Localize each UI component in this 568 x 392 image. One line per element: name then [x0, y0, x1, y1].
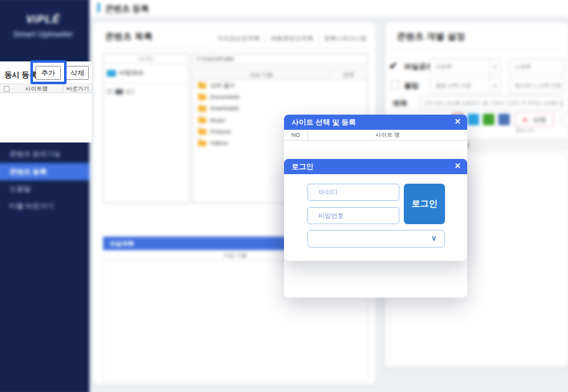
hashtag-field[interactable]: 해시태그 선택 안함: [509, 78, 564, 93]
select-all-checkbox[interactable]: [4, 86, 10, 92]
divider: [394, 49, 560, 50]
folder-icon: [198, 140, 206, 146]
site-modal-table-header: NO 사이트 명: [284, 130, 467, 141]
delete-label: 삭제: [532, 115, 546, 123]
modal-header: 사이트 선택 및 등록 ✕: [284, 115, 467, 130]
folder-name: 상위 폴더: [210, 81, 235, 89]
up-folder-icon: [198, 82, 206, 88]
folder-name: Documents: [210, 94, 240, 100]
sidebar-item-convenience[interactable]: 콘텐츠 편의기능: [0, 146, 89, 163]
clip-row: 클립 클립 선택 안함 ∨ 해시태그 선택 안함: [385, 78, 568, 93]
folder-name: Downloads: [210, 105, 239, 111]
login-id-input[interactable]: [307, 184, 399, 201]
subcategory-field[interactable]: 소분류: [509, 58, 564, 73]
login-password-input[interactable]: [307, 207, 399, 224]
column-site-name: 사이트명: [10, 84, 63, 93]
folder-row-up[interactable]: 상위 폴더: [193, 80, 367, 91]
chevron-down-icon: ∨: [489, 79, 500, 92]
close-icon[interactable]: ✕: [455, 117, 461, 126]
desktop-icon: [107, 70, 116, 76]
column-site-name: 사이트 명: [308, 130, 467, 140]
link-copyright[interactable]: 저작권보호목록: [217, 35, 259, 43]
chevron-down-icon: ∨: [431, 234, 437, 243]
app-window: ViPLÉ Smart Uploader 콘텐츠 편의기능 콘텐츠 등록 도움말…: [0, 0, 568, 392]
color-swatch-green[interactable]: [483, 113, 494, 125]
tree-item-drive-c[interactable]: C:\: [103, 84, 190, 99]
sidebar: ViPLÉ Smart Uploader 콘텐츠 편의기능 콘텐츠 등록 도움말…: [0, 0, 89, 392]
folder-row[interactable]: Documents: [193, 91, 367, 103]
file-table-header: 파일 이름 종류: [193, 70, 367, 80]
column-file-name: 파일 이름: [193, 70, 330, 79]
settings-title: 콘텐츠 개별 설정: [397, 31, 465, 42]
folder-icon: [198, 94, 206, 100]
app-subtitle: Smart Uploader: [0, 30, 89, 39]
sidebar-item-help[interactable]: 도움말: [0, 180, 89, 198]
cutoff-button[interactable]: [564, 112, 568, 126]
modal-title: 로그인: [292, 162, 314, 172]
link-register-notice[interactable]: 등록시유의사항: [318, 35, 366, 43]
top-header-bar: 콘텐츠 등록: [89, 0, 568, 17]
check-icon[interactable]: ✔: [389, 60, 397, 71]
clip-checkbox[interactable]: [390, 80, 399, 89]
clip-count-caption: 클립 0개: [515, 127, 534, 134]
sync-register-label: 동시 등록: [4, 70, 37, 80]
title-row: 제목: [385, 96, 568, 111]
content-list-links: 저작권보호목록 제휴콘텐츠목록 등록시유의사항: [217, 35, 366, 43]
sync-register-panel: 동시 등록 추가 삭제 사이트명 바로가기: [0, 61, 92, 142]
page-title: 콘텐츠 등록: [105, 3, 149, 14]
color-swatch-blue[interactable]: [467, 113, 479, 125]
clip-label: 클립: [404, 81, 418, 91]
folder-row[interactable]: Downloads: [193, 103, 367, 114]
login-modal: 로그인 ✕ 로그인 ∨: [284, 159, 467, 261]
column-shortcut: 바로가기: [63, 84, 92, 93]
folder-name: Videos: [210, 140, 228, 146]
link-partner-content[interactable]: 제휴콘텐츠목록: [265, 35, 313, 43]
select-value: 대분류: [436, 63, 452, 70]
drive-icon: [115, 89, 123, 94]
column-no: NO: [284, 130, 308, 140]
title-input[interactable]: [420, 96, 564, 110]
login-button[interactable]: 로그인: [404, 184, 445, 224]
divider: [560, 112, 560, 126]
folder-icon: [198, 129, 206, 134]
x-icon: ✕: [522, 115, 528, 123]
modal-title: 사이트 선택 및 등록: [292, 118, 356, 127]
select-value: 클립 선택 안함: [436, 82, 471, 89]
file-share-row: ✔ 파일공유 대분류 ∨ 소분류: [385, 58, 568, 73]
folder-icon: [198, 106, 206, 111]
close-icon[interactable]: ✕: [455, 161, 461, 170]
tree-header: 내 PC: [103, 54, 190, 64]
tree-item-desktop[interactable]: 바탕화면: [103, 65, 190, 82]
chevron-down-icon: ∨: [489, 59, 500, 73]
modal-header: 로그인 ✕: [284, 159, 467, 174]
app-logo: ViPLÉ: [0, 13, 89, 26]
add-button[interactable]: 추가: [36, 66, 61, 80]
tree-item-label: C:\: [126, 88, 134, 95]
delete-site-button[interactable]: 삭제: [66, 66, 89, 80]
divider: [103, 48, 367, 49]
clip-select[interactable]: 클립 선택 안함 ∨: [430, 78, 501, 93]
site-table-header: 사이트명 바로가기: [0, 84, 92, 93]
current-path[interactable]: C:\Users\Public: [192, 53, 368, 65]
tree-item-label: 바탕화면: [119, 69, 143, 77]
folder-name: Pictures: [210, 129, 231, 135]
title-label: 제목: [392, 99, 407, 108]
sidebar-item-content-register[interactable]: 콘텐츠 등록: [0, 163, 89, 180]
category-select[interactable]: 대분류 ∨: [430, 58, 501, 73]
title-accent-bar: [98, 3, 100, 12]
color-swatch-steel[interactable]: [498, 113, 510, 125]
expand-icon[interactable]: [107, 89, 112, 94]
content-list-title: 콘텐츠 목록: [105, 31, 153, 42]
delete-button[interactable]: ✕삭제: [514, 112, 554, 126]
file-tree-panel: 내 PC 바탕화면 C:\: [103, 53, 190, 203]
sidebar-menu: 콘텐츠 편의기능 콘텐츠 등록 도움말 티플 바로가기: [0, 142, 89, 215]
folder-name: Music: [210, 117, 226, 123]
folder-icon: [198, 117, 206, 123]
column-file-type: 종류: [330, 70, 368, 79]
sidebar-item-shortcut[interactable]: 티플 바로가기: [0, 198, 89, 215]
site-dropdown[interactable]: ∨: [307, 230, 445, 248]
